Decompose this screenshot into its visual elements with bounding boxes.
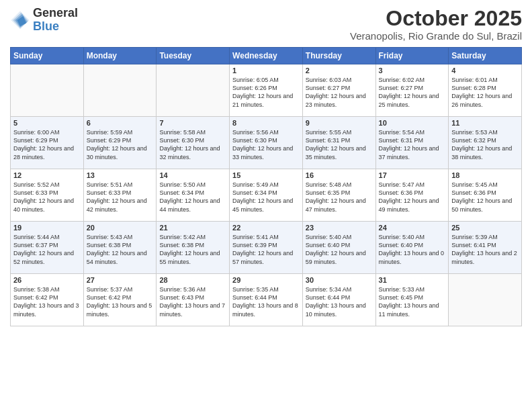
day-cell: 8Sunrise: 5:56 AM Sunset: 6:30 PM Daylig…: [230, 117, 303, 169]
logo-icon: [10, 10, 30, 30]
day-cell: [83, 64, 157, 117]
day-cell: 1Sunrise: 6:05 AM Sunset: 6:26 PM Daylig…: [230, 64, 303, 117]
day-number: 31: [379, 276, 446, 284]
day-number: 25: [451, 224, 519, 232]
day-cell: 16Sunrise: 5:48 AM Sunset: 6:35 PM Dayli…: [302, 169, 375, 222]
week-row-5: 26Sunrise: 5:38 AM Sunset: 6:42 PM Dayli…: [11, 274, 522, 326]
day-cell: [449, 274, 522, 326]
day-info: Sunrise: 5:40 AM Sunset: 6:40 PM Dayligh…: [306, 233, 373, 266]
day-info: Sunrise: 6:05 AM Sunset: 6:26 PM Dayligh…: [232, 76, 300, 109]
day-info: Sunrise: 5:39 AM Sunset: 6:41 PM Dayligh…: [451, 233, 519, 266]
day-number: 2: [306, 66, 373, 75]
day-info: Sunrise: 5:49 AM Sunset: 6:34 PM Dayligh…: [232, 181, 300, 214]
day-info: Sunrise: 5:51 AM Sunset: 6:33 PM Dayligh…: [87, 181, 154, 214]
day-number: 18: [451, 171, 519, 179]
logo: General Blue: [10, 7, 78, 34]
weekday-header-friday: Friday: [375, 48, 449, 64]
day-info: Sunrise: 5:50 AM Sunset: 6:34 PM Dayligh…: [159, 181, 226, 214]
day-cell: 14Sunrise: 5:50 AM Sunset: 6:34 PM Dayli…: [157, 169, 230, 222]
day-cell: 17Sunrise: 5:47 AM Sunset: 6:36 PM Dayli…: [375, 169, 449, 222]
day-number: 19: [13, 224, 81, 232]
day-info: Sunrise: 5:56 AM Sunset: 6:30 PM Dayligh…: [232, 128, 300, 161]
day-cell: 19Sunrise: 5:44 AM Sunset: 6:37 PM Dayli…: [11, 222, 84, 274]
day-cell: 30Sunrise: 5:34 AM Sunset: 6:44 PM Dayli…: [302, 274, 375, 326]
day-cell: 28Sunrise: 5:36 AM Sunset: 6:43 PM Dayli…: [157, 274, 230, 326]
day-cell: 27Sunrise: 5:37 AM Sunset: 6:42 PM Dayli…: [83, 274, 157, 326]
day-cell: 9Sunrise: 5:55 AM Sunset: 6:31 PM Daylig…: [302, 117, 375, 169]
day-info: Sunrise: 5:33 AM Sunset: 6:45 PM Dayligh…: [379, 285, 446, 318]
weekday-header-tuesday: Tuesday: [157, 48, 230, 64]
day-number: 1: [232, 66, 300, 75]
day-cell: 13Sunrise: 5:51 AM Sunset: 6:33 PM Dayli…: [83, 169, 157, 222]
day-cell: 7Sunrise: 5:58 AM Sunset: 6:30 PM Daylig…: [157, 117, 230, 169]
day-number: 22: [232, 224, 300, 232]
day-cell: 25Sunrise: 5:39 AM Sunset: 6:41 PM Dayli…: [449, 222, 522, 274]
day-number: 29: [232, 276, 300, 284]
day-number: 13: [87, 171, 154, 179]
day-cell: 2Sunrise: 6:03 AM Sunset: 6:27 PM Daylig…: [302, 64, 375, 117]
weekday-header-sunday: Sunday: [11, 48, 84, 64]
day-number: 8: [232, 119, 300, 127]
day-number: 20: [87, 224, 154, 232]
day-cell: 6Sunrise: 5:59 AM Sunset: 6:29 PM Daylig…: [83, 117, 157, 169]
day-info: Sunrise: 5:37 AM Sunset: 6:42 PM Dayligh…: [87, 285, 154, 318]
day-cell: 26Sunrise: 5:38 AM Sunset: 6:42 PM Dayli…: [11, 274, 84, 326]
day-info: Sunrise: 5:42 AM Sunset: 6:38 PM Dayligh…: [159, 233, 226, 266]
day-number: 5: [13, 119, 81, 127]
day-number: 15: [232, 171, 300, 179]
logo-text: General Blue: [33, 7, 78, 34]
weekday-header-monday: Monday: [83, 48, 157, 64]
day-info: Sunrise: 5:34 AM Sunset: 6:44 PM Dayligh…: [306, 285, 373, 318]
day-cell: 20Sunrise: 5:43 AM Sunset: 6:38 PM Dayli…: [83, 222, 157, 274]
day-info: Sunrise: 5:40 AM Sunset: 6:40 PM Dayligh…: [379, 233, 446, 266]
day-number: 12: [13, 171, 81, 179]
day-number: 16: [306, 171, 373, 179]
day-info: Sunrise: 5:47 AM Sunset: 6:36 PM Dayligh…: [379, 181, 446, 214]
day-cell: [11, 64, 84, 117]
day-cell: 5Sunrise: 6:00 AM Sunset: 6:29 PM Daylig…: [11, 117, 84, 169]
day-info: Sunrise: 5:59 AM Sunset: 6:29 PM Dayligh…: [87, 128, 154, 161]
day-number: 28: [159, 276, 226, 284]
week-row-4: 19Sunrise: 5:44 AM Sunset: 6:37 PM Dayli…: [11, 222, 522, 274]
day-number: 4: [451, 66, 519, 75]
week-row-1: 1Sunrise: 6:05 AM Sunset: 6:26 PM Daylig…: [11, 64, 522, 117]
day-number: 30: [306, 276, 373, 284]
day-cell: 12Sunrise: 5:52 AM Sunset: 6:33 PM Dayli…: [11, 169, 84, 222]
week-row-3: 12Sunrise: 5:52 AM Sunset: 6:33 PM Dayli…: [11, 169, 522, 222]
day-cell: 24Sunrise: 5:40 AM Sunset: 6:40 PM Dayli…: [375, 222, 449, 274]
day-info: Sunrise: 5:38 AM Sunset: 6:42 PM Dayligh…: [13, 285, 81, 318]
day-number: 23: [306, 224, 373, 232]
day-info: Sunrise: 6:02 AM Sunset: 6:27 PM Dayligh…: [379, 76, 446, 109]
weekday-header-thursday: Thursday: [302, 48, 375, 64]
day-info: Sunrise: 5:35 AM Sunset: 6:44 PM Dayligh…: [232, 285, 300, 318]
month-title: October 2025: [350, 7, 522, 30]
day-info: Sunrise: 5:52 AM Sunset: 6:33 PM Dayligh…: [13, 181, 81, 214]
day-cell: 3Sunrise: 6:02 AM Sunset: 6:27 PM Daylig…: [375, 64, 449, 117]
day-info: Sunrise: 5:48 AM Sunset: 6:35 PM Dayligh…: [306, 181, 373, 214]
day-info: Sunrise: 5:45 AM Sunset: 6:36 PM Dayligh…: [451, 181, 519, 214]
day-info: Sunrise: 5:41 AM Sunset: 6:39 PM Dayligh…: [232, 233, 300, 266]
day-info: Sunrise: 5:36 AM Sunset: 6:43 PM Dayligh…: [159, 285, 226, 318]
day-cell: 18Sunrise: 5:45 AM Sunset: 6:36 PM Dayli…: [449, 169, 522, 222]
calendar-header: SundayMondayTuesdayWednesdayThursdayFrid…: [11, 48, 522, 64]
day-number: 6: [87, 119, 154, 127]
day-number: 11: [451, 119, 519, 127]
day-number: 9: [306, 119, 373, 127]
day-info: Sunrise: 5:55 AM Sunset: 6:31 PM Dayligh…: [306, 128, 373, 161]
header: General Blue October 2025 Veranopolis, R…: [10, 7, 522, 42]
day-info: Sunrise: 5:43 AM Sunset: 6:38 PM Dayligh…: [87, 233, 154, 266]
day-cell: 22Sunrise: 5:41 AM Sunset: 6:39 PM Dayli…: [230, 222, 303, 274]
day-info: Sunrise: 5:58 AM Sunset: 6:30 PM Dayligh…: [159, 128, 226, 161]
day-cell: 15Sunrise: 5:49 AM Sunset: 6:34 PM Dayli…: [230, 169, 303, 222]
day-number: 3: [379, 66, 446, 75]
day-cell: 4Sunrise: 6:01 AM Sunset: 6:28 PM Daylig…: [449, 64, 522, 117]
weekday-header-wednesday: Wednesday: [230, 48, 303, 64]
day-cell: 10Sunrise: 5:54 AM Sunset: 6:31 PM Dayli…: [375, 117, 449, 169]
page: General Blue October 2025 Veranopolis, R…: [0, 0, 532, 411]
title-block: October 2025 Veranopolis, Rio Grande do …: [350, 7, 522, 42]
day-info: Sunrise: 5:54 AM Sunset: 6:31 PM Dayligh…: [379, 128, 446, 161]
day-info: Sunrise: 6:03 AM Sunset: 6:27 PM Dayligh…: [306, 76, 373, 109]
day-info: Sunrise: 6:01 AM Sunset: 6:28 PM Dayligh…: [451, 76, 519, 109]
calendar-body: 1Sunrise: 6:05 AM Sunset: 6:26 PM Daylig…: [11, 64, 522, 326]
day-number: 27: [87, 276, 154, 284]
